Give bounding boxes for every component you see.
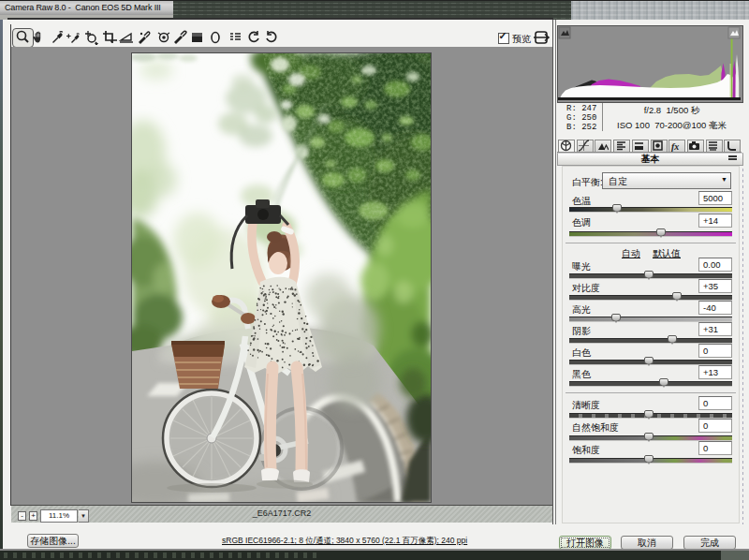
svg-text:fx: fx xyxy=(671,141,679,152)
